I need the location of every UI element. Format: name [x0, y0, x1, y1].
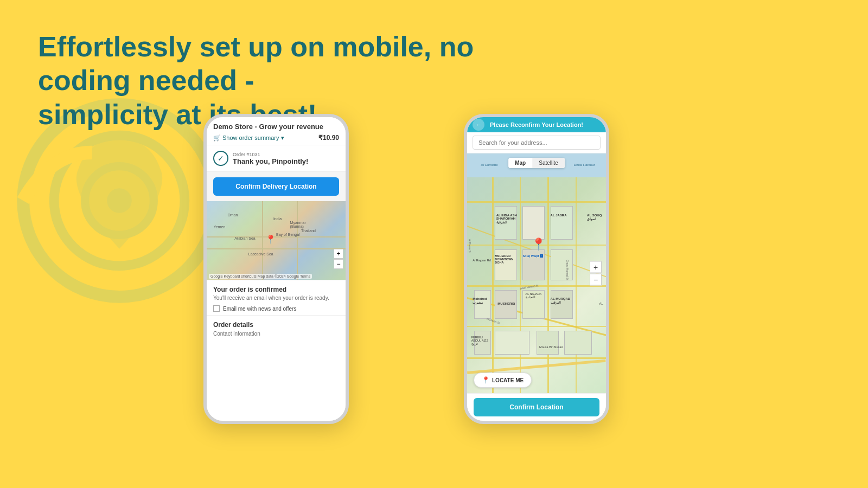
order-summary-label: Show order summary	[222, 134, 279, 141]
left-phone: Demo Store - Grow your revenue 🛒 Show or…	[203, 114, 349, 424]
locate-icon: 📍	[482, 376, 490, 384]
left-phone-wrapper: Demo Store - Grow your revenue 🛒 Show or…	[203, 114, 349, 424]
map-tab[interactable]: Map	[508, 158, 532, 168]
left-phone-map: India Myanmar(Burma) Thailand Yemen Oman…	[207, 201, 346, 280]
back-button[interactable]: ←	[473, 119, 484, 131]
order-confirmed-sub: You'll receive an email when your order …	[213, 295, 339, 301]
locate-me-label: LOCATE ME	[492, 377, 524, 383]
order-price: ₹10.90	[318, 134, 339, 142]
back-arrow-icon: ←	[475, 121, 482, 129]
email-checkbox[interactable]	[213, 305, 220, 312]
locate-me-button[interactable]: 📍 LOCATE ME	[474, 373, 532, 388]
confirm-location-button[interactable]: Confirm Location	[474, 398, 599, 416]
right-phone-map: Al Corniche Dhow Harbour AL BIDA ASHSHAR…	[467, 153, 606, 393]
search-bar-container	[467, 132, 606, 153]
confirm-delivery-button[interactable]: Confirm Delivery Location	[213, 177, 339, 196]
map-view-toggle: Map Satellite	[508, 158, 565, 168]
order-confirmed-section: Your order is confirmed You'll receive a…	[207, 280, 346, 315]
order-confirmed-title: Your order is confirmed	[213, 286, 339, 293]
map-zoom-out-left[interactable]: −	[334, 259, 343, 269]
thank-you-text: Order #1031 Thank you, Pinpointly!	[233, 152, 308, 165]
order-number: Order #1031	[233, 152, 308, 157]
order-summary-row: 🛒 Show order summary ▾ ₹10.90	[213, 134, 339, 142]
confirm-location-bar: Confirm Location	[467, 393, 606, 421]
google-attribution: Google Keyboard shortcuts Map data ©2024…	[209, 274, 312, 279]
email-checkbox-row[interactable]: Email me with news and offers	[213, 305, 339, 312]
zoom-out-button[interactable]: −	[590, 274, 602, 286]
store-title: Demo Store - Grow your revenue	[213, 123, 339, 131]
contact-info-label: Contact information	[213, 331, 339, 337]
right-phone: ← Please Reconfirm Your Location!	[464, 114, 609, 424]
satellite-tab[interactable]: Satellite	[532, 158, 565, 168]
order-summary-link[interactable]: 🛒 Show order summary ▾	[213, 134, 284, 142]
headline-line1: Effortlessly set up on mobile, no coding…	[38, 31, 474, 96]
map-zoom-in-left[interactable]: +	[334, 249, 343, 259]
left-phone-header: Demo Store - Grow your revenue 🛒 Show or…	[207, 117, 346, 145]
check-circle-icon: ✓	[213, 151, 228, 166]
right-phone-title: Please Reconfirm Your Location!	[490, 121, 583, 128]
right-phone-wrapper: ← Please Reconfirm Your Location!	[464, 114, 609, 424]
order-details-title: Order details	[213, 321, 339, 329]
address-search-input[interactable]	[473, 136, 601, 150]
zoom-in-button[interactable]: +	[590, 261, 602, 273]
right-phone-header: ← Please Reconfirm Your Location!	[467, 117, 606, 132]
chevron-down-icon: ▾	[281, 134, 284, 142]
order-details-section: Order details Contact information	[207, 315, 346, 421]
zoom-controls: + −	[590, 261, 602, 286]
map-location-pin: 📍	[531, 237, 546, 252]
thank-you-msg: Thank you, Pinpointly!	[233, 157, 308, 165]
thank-you-section: ✓ Order #1031 Thank you, Pinpointly!	[207, 145, 346, 172]
email-checkbox-label: Email me with news and offers	[223, 306, 296, 312]
